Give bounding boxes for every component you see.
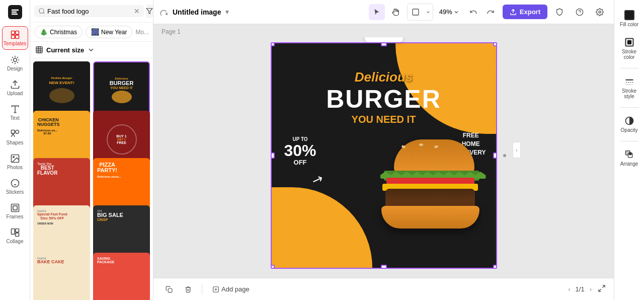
svg-point-19 (39, 9, 44, 13)
undo-button[interactable] (465, 4, 481, 20)
settings-button[interactable] (592, 4, 608, 20)
export-button[interactable]: Export (503, 5, 547, 19)
template-item-selected[interactable]: Delicious BURGER YOU NEED IT (93, 61, 150, 118)
template-item[interactable]: Pickles Burger NEW EVENT! (33, 61, 90, 118)
sidebar-item-upload[interactable]: Upload (2, 77, 28, 99)
sidebar-item-stickers[interactable]: Stickers (2, 175, 28, 198)
sidebar-item-shapes[interactable]: Shapes (2, 126, 28, 148)
svg-rect-2 (15, 31, 19, 35)
search-input-wrap[interactable]: ✕ (34, 5, 144, 17)
arrange-button[interactable]: Arrange (616, 145, 642, 171)
canvas-more-button[interactable]: ••• (385, 37, 399, 40)
cursor-icon (373, 8, 381, 16)
frame-tool-chevron-button[interactable] (424, 4, 433, 20)
svg-rect-14 (11, 204, 19, 212)
prev-page-button[interactable]: ‹ (566, 284, 572, 294)
next-page-button[interactable]: › (588, 284, 594, 294)
chip-newyear[interactable]: 🎆 New Year (86, 26, 132, 38)
zoom-value: 49% (439, 8, 452, 16)
logo-here-text: LOGO HERE (459, 62, 491, 67)
svg-point-13 (11, 180, 19, 187)
page-nav: ‹ 1/1 › (566, 284, 594, 294)
search-clear-button[interactable]: ✕ (134, 7, 140, 15)
fill-color-label: Fill color (620, 22, 638, 27)
stroke-color-button[interactable]: Stroke color (616, 33, 642, 64)
zoom-button[interactable]: 49% (436, 6, 462, 18)
document-title-button[interactable]: Untitled image ▼ (173, 8, 230, 16)
add-page-button[interactable]: Add page (208, 283, 254, 295)
svg-line-20 (43, 13, 45, 14)
svg-rect-24 (413, 9, 419, 15)
copy-page-button[interactable] (162, 284, 177, 295)
canvas-scroll[interactable]: ••• ≋ LOGO HERE Delicious (153, 37, 614, 278)
bottom-divider (202, 284, 202, 294)
sidebar-item-collage[interactable]: Collage (2, 224, 28, 247)
canvas-header: Page 1 (153, 24, 614, 37)
help-button[interactable] (572, 4, 588, 20)
burger-image (371, 139, 496, 255)
frame-tool-button[interactable] (408, 4, 424, 20)
design-canvas[interactable]: ≋ LOGO HERE Delicious BURGER YOU NEED IT… (271, 42, 497, 269)
arrange-icon (624, 149, 634, 160)
page-fraction: 1/1 (576, 285, 585, 293)
chip-more[interactable]: Mo... (135, 29, 149, 36)
expand-canvas-button[interactable] (598, 284, 606, 294)
category-chips: 🎄 Christmas 🎆 New Year Mo... (30, 23, 153, 42)
handle-top-right[interactable] (493, 42, 497, 46)
cloud-save-icon (159, 8, 169, 17)
right-handle-indicator (503, 154, 506, 157)
sidebar-item-text[interactable]: Text (2, 101, 28, 124)
handle-bottom-mid[interactable] (381, 265, 387, 269)
phone-text: 086 11 22 333 44 5 (284, 229, 332, 235)
select-tool-button[interactable] (369, 4, 385, 20)
stroke-style-label: Stroke style (618, 88, 640, 99)
right-panel-divider-2 (620, 107, 638, 108)
search-input[interactable] (47, 8, 132, 15)
delete-page-button[interactable] (181, 284, 196, 295)
svg-rect-22 (36, 47, 42, 53)
sidebar-item-frames[interactable]: Frames (2, 200, 28, 222)
app-logo[interactable] (7, 4, 23, 20)
upto-text: UP TO 30% OFF (284, 136, 316, 167)
opacity-button[interactable]: Opacity (616, 112, 642, 137)
document-title: Untitled image (173, 8, 221, 16)
sidebar-item-templates[interactable]: Templates (2, 26, 28, 50)
svg-point-28 (599, 11, 601, 13)
template-label: Pickles Burger (51, 77, 72, 80)
fill-color-button[interactable]: Fill color (616, 6, 642, 31)
sidebar-item-photos[interactable]: Photos (2, 151, 28, 173)
stroke-style-button[interactable]: Stroke style (616, 72, 642, 103)
search-filter-button[interactable] (146, 4, 153, 18)
shield-icon-button[interactable] (551, 4, 568, 20)
size-filter[interactable]: Current size (30, 42, 153, 58)
undo-icon (469, 8, 477, 16)
svg-marker-21 (146, 9, 152, 14)
template-item[interactable]: SAVING PACKAGE (93, 253, 150, 300)
arrow-left-icon: ↗ (309, 170, 325, 189)
svg-point-5 (13, 58, 17, 62)
handle-mid-left[interactable] (271, 153, 275, 159)
handle-bottom-left[interactable] (271, 265, 275, 269)
page-label: Page 1 (162, 28, 181, 35)
chip-christmas[interactable]: 🎄 Christmas (34, 26, 83, 38)
search-icon (38, 8, 45, 15)
handle-top-left[interactable] (271, 42, 275, 46)
handle-bottom-right[interactable] (493, 265, 497, 269)
templates-panel: ✕ 🎄 Christmas 🎆 New Year Mo... Current s… (30, 0, 153, 300)
zoom-chevron-icon (453, 9, 459, 15)
redo-icon (487, 8, 495, 16)
svg-point-12 (13, 157, 14, 158)
redo-button[interactable] (482, 4, 499, 20)
handle-top-mid[interactable] (381, 42, 387, 46)
sidebar-item-design[interactable]: Design (2, 52, 28, 74)
frame-tool-group (407, 4, 433, 21)
template-item[interactable]: CapCut BAKE CAKE (33, 253, 90, 300)
hand-tool-button[interactable] (388, 4, 404, 20)
panel-collapse-button[interactable]: ‹ (513, 142, 521, 158)
opacity-icon (624, 116, 634, 126)
shield-icon (555, 8, 564, 16)
canvas-wrap: ••• ≋ LOGO HERE Delicious (271, 42, 497, 269)
help-icon (576, 8, 584, 16)
canvas-copy-button[interactable] (369, 37, 383, 40)
right-panel: Fill color Stroke color Stroke style Opa… (614, 0, 644, 300)
